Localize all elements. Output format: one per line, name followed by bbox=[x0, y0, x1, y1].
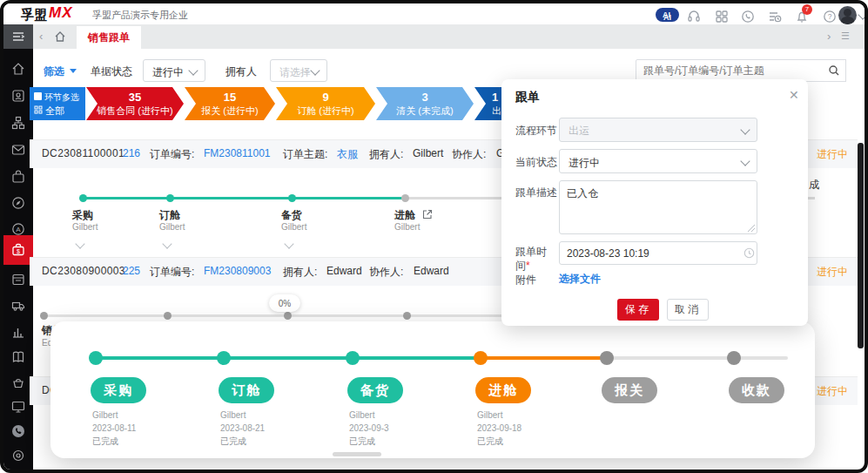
popup-stage-date: 2023-09-3 bbox=[349, 422, 389, 435]
notification-badge: 7 bbox=[802, 4, 812, 15]
expand-stage-chevron-icon[interactable] bbox=[162, 239, 172, 248]
popup-stage-pill[interactable]: 备货 bbox=[347, 377, 403, 403]
sidebar-item-documents[interactable] bbox=[10, 349, 26, 365]
timeline-dot[interactable] bbox=[288, 194, 296, 202]
funnel-stage-clearance[interactable]: 3清关 (未完成) bbox=[376, 87, 474, 120]
timeline-dot[interactable] bbox=[166, 194, 174, 202]
popup-stage-dot bbox=[600, 351, 614, 365]
funnel-all-block[interactable]: 环节多选 全部 bbox=[30, 87, 85, 120]
tab-sales-tracking[interactable]: 销售跟单 bbox=[77, 26, 141, 49]
sidebar-item-settings[interactable] bbox=[10, 448, 26, 463]
headset-icon[interactable] bbox=[686, 9, 702, 24]
popup-stage-pill[interactable]: 采购 bbox=[91, 377, 146, 403]
order-no-link[interactable]: FM230811001 bbox=[204, 147, 271, 159]
owner-label: 拥有人: bbox=[369, 147, 403, 162]
home-icon[interactable] bbox=[53, 30, 67, 44]
timeline-dot[interactable] bbox=[284, 312, 292, 320]
timeline-dot[interactable] bbox=[401, 194, 409, 202]
apps-grid-icon[interactable] bbox=[714, 9, 730, 24]
notification-bell-icon[interactable]: 7 bbox=[794, 9, 810, 24]
tab-menu-icon[interactable]: ☰ bbox=[841, 30, 850, 42]
search-icon bbox=[828, 64, 840, 77]
cancel-button[interactable]: 取消 bbox=[667, 299, 709, 321]
popup-line-pending bbox=[607, 356, 788, 360]
stage-detail-popup: 采购 订舱 备货 进舱 报关 收款 Gilbert 2023-08-11 已完成… bbox=[50, 321, 815, 458]
sidebar-item-home[interactable] bbox=[10, 61, 26, 77]
timeline-dot[interactable] bbox=[403, 312, 411, 320]
stage-name: 订舱 bbox=[159, 208, 180, 223]
logo-mark: MX bbox=[49, 4, 73, 22]
stage-person: Gilbert bbox=[281, 222, 306, 232]
modal-desc-textarea[interactable]: 已入仓 bbox=[559, 180, 757, 234]
order-no-label: 订单编号: bbox=[150, 265, 194, 280]
popup-line-current bbox=[481, 356, 607, 360]
tab-back-chevron[interactable]: ‹ bbox=[39, 30, 43, 43]
close-icon[interactable]: ✕ bbox=[789, 88, 799, 102]
sidebar-item-logistics[interactable] bbox=[10, 298, 26, 314]
funnel-stage-customs[interactable]: 15报关 (进行中) bbox=[185, 87, 275, 120]
sidebar-item-billing[interactable] bbox=[10, 272, 26, 287]
task-list-icon[interactable] bbox=[767, 9, 783, 24]
popup-stage-pill[interactable]: 报关 bbox=[602, 377, 657, 403]
sidebar-item-orders-active[interactable]: $ bbox=[3, 235, 33, 265]
help-circle-icon[interactable]: ? bbox=[822, 9, 838, 24]
status-badge: 进行中 bbox=[817, 384, 848, 399]
subject-label: 订单主题: bbox=[283, 147, 327, 162]
all-label: 全部 bbox=[45, 105, 64, 118]
funnel-stage-sales-contract[interactable]: 35销售合同 (进行中) bbox=[86, 87, 184, 120]
sidebar-item-mail[interactable] bbox=[10, 142, 26, 158]
vertical-scrollbar-thumb[interactable] bbox=[858, 143, 864, 348]
grid-all-icon bbox=[34, 105, 43, 114]
funnel-stage-booking[interactable]: 9订舱 (进行中) bbox=[276, 87, 375, 120]
textarea-resize-handle[interactable] bbox=[747, 224, 756, 233]
subject-link[interactable]: 衣服 bbox=[337, 147, 358, 162]
timeline-dot[interactable] bbox=[40, 312, 48, 320]
popup-scrollbar-thumb[interactable] bbox=[333, 452, 381, 456]
search-button[interactable] bbox=[822, 59, 846, 82]
modal-attachment-label: 附件 bbox=[515, 273, 536, 287]
sidebar-item-finance[interactable] bbox=[10, 375, 26, 390]
sidebar-item-products[interactable] bbox=[10, 169, 26, 185]
popup-stage-pill[interactable]: 订舱 bbox=[219, 377, 274, 403]
status-filter-select[interactable]: 进行中 bbox=[143, 59, 205, 82]
timeline-dot[interactable] bbox=[164, 312, 172, 320]
sidebar-item-reports[interactable] bbox=[10, 324, 26, 340]
owner-filter-select[interactable]: 请选择 bbox=[270, 59, 327, 82]
stage-multiselect-checkbox[interactable] bbox=[34, 92, 42, 100]
popup-stage-date: 2023-09-18 bbox=[477, 422, 521, 435]
edit-stage-icon[interactable] bbox=[422, 209, 433, 220]
sidebar-item-whatsapp[interactable] bbox=[10, 423, 26, 439]
timeline-line-pending bbox=[44, 314, 502, 317]
popup-stage-dot bbox=[727, 351, 741, 365]
save-button-label: 保存 bbox=[625, 303, 651, 315]
cancel-button-label: 取消 bbox=[675, 303, 701, 315]
sidebar-item-contacts[interactable] bbox=[10, 88, 26, 104]
order-no-link[interactable]: FM230809003 bbox=[204, 265, 271, 277]
timeline-dot[interactable] bbox=[79, 194, 87, 202]
collaborator-label: 协作人: bbox=[452, 147, 486, 162]
choose-file-link[interactable]: 选择文件 bbox=[559, 272, 601, 287]
popup-stage-pill[interactable]: 进舱 bbox=[475, 377, 531, 403]
user-avatar[interactable] bbox=[838, 6, 857, 24]
whatsapp-icon[interactable] bbox=[740, 9, 756, 24]
collapse-menu-button[interactable] bbox=[3, 24, 33, 49]
order-count-link[interactable]: 216 bbox=[123, 147, 140, 159]
popup-stage-pill[interactable]: 收款 bbox=[729, 377, 784, 403]
expand-stage-chevron-icon[interactable] bbox=[284, 239, 293, 248]
filter-toggle[interactable]: 筛选 bbox=[44, 64, 64, 79]
popup-stage-person: Gilbert bbox=[92, 409, 118, 422]
modal-status-select[interactable]: 进行中 bbox=[559, 149, 757, 173]
modal-status-value: 进行中 bbox=[569, 156, 600, 171]
sidebar-item-presentation[interactable] bbox=[10, 399, 26, 415]
tab-scroll-right-icon[interactable]: › bbox=[827, 30, 831, 43]
save-button[interactable]: 保存 bbox=[617, 299, 659, 321]
popup-stage-status: 已完成 bbox=[349, 435, 375, 448]
status-filter-label: 单据状态 bbox=[91, 64, 132, 79]
sidebar-item-org-structure[interactable] bbox=[10, 115, 26, 131]
window-frame: 孚盟 MX 孚盟产品演示专用企业 AI AI 7 ? ‹ 销售跟单 › ☰ bbox=[0, 0, 868, 473]
sidebar-item-discovery[interactable] bbox=[10, 195, 26, 211]
popup-stage-person: Gilbert bbox=[477, 409, 502, 422]
modal-time-input[interactable] bbox=[559, 241, 757, 265]
order-count-link[interactable]: 225 bbox=[123, 265, 140, 277]
expand-stage-chevron-icon[interactable] bbox=[75, 239, 84, 248]
